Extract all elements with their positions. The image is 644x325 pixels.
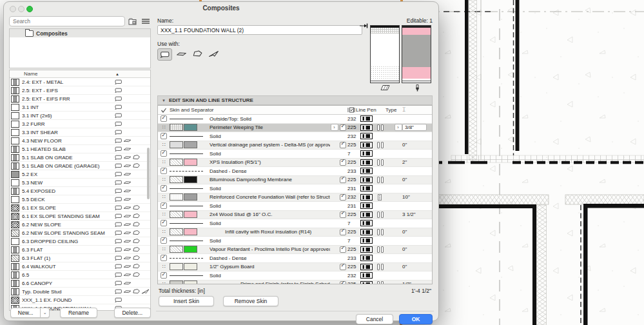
separator-row[interactable]: Solid232 xyxy=(158,271,432,281)
surface-swatch[interactable] xyxy=(184,193,197,201)
list-item[interactable]: 6.6 CANOPY xyxy=(10,279,150,288)
list-item[interactable]: 6.4 WALKOUT xyxy=(10,262,150,271)
preview-surface-column[interactable] xyxy=(402,25,431,83)
list-item[interactable]: 4.3 NEW FLOOR xyxy=(10,137,150,145)
ok-button[interactable]: OK xyxy=(399,314,433,324)
drag-handle[interactable]: ∷ xyxy=(162,229,165,235)
list-item[interactable]: 5.5 DECK xyxy=(10,195,150,204)
separator-checkbox[interactable] xyxy=(161,185,167,192)
fill-swatch[interactable] xyxy=(170,124,183,131)
list-header-name[interactable]: Name ▲ xyxy=(10,70,150,78)
drag-handle[interactable]: ∷ xyxy=(162,124,165,130)
skin-row[interactable]: ∷Vapour Retardant - Proclima Intello Plu… xyxy=(158,246,432,255)
line-pen-chip[interactable] xyxy=(360,167,377,175)
drag-handle[interactable]: ∷ xyxy=(162,177,165,182)
tree-item-composites[interactable]: Composites xyxy=(10,29,150,37)
drag-handle[interactable]: ∷ xyxy=(162,159,165,165)
surface-swatch[interactable] xyxy=(184,263,197,270)
drag-handle[interactable]: ∷ xyxy=(162,281,165,284)
drag-handle[interactable]: ∷ xyxy=(162,194,165,200)
line-pen-chip[interactable] xyxy=(360,132,377,141)
skin-visibility-checkbox[interactable] xyxy=(340,142,346,148)
list-item[interactable]: 2.5: EXT - EIFS xyxy=(10,86,150,95)
fill-swatch[interactable] xyxy=(170,193,183,201)
separator-checkbox[interactable] xyxy=(161,115,167,122)
search-input[interactable] xyxy=(9,16,125,26)
remove-skin-button[interactable]: Remove Skin xyxy=(223,296,278,306)
separator-checkbox[interactable] xyxy=(161,202,167,209)
line-pen-chip[interactable] xyxy=(360,281,377,285)
surface-swatch[interactable] xyxy=(184,141,197,148)
separator-row[interactable]: Solid231 xyxy=(158,184,432,193)
list-item[interactable]: 5.1 SLAB ON GRADE (GARAGE) xyxy=(10,162,150,170)
separator-row[interactable]: Dashed - Dense233 xyxy=(158,167,432,176)
skin-visibility-checkbox[interactable] xyxy=(340,177,346,183)
list-view-icon[interactable] xyxy=(140,16,151,26)
surface-swatch[interactable] xyxy=(184,211,197,218)
line-pen-chip[interactable] xyxy=(360,184,377,193)
drag-handle[interactable]: ∷ xyxy=(162,212,165,217)
composite-name-input[interactable] xyxy=(157,25,362,35)
list-item[interactable]: 3.1 INT (2x6) xyxy=(10,112,150,120)
list-item[interactable]: 6.3 DROPPED CEILING xyxy=(10,237,150,246)
insert-skin-button[interactable]: Insert Skin xyxy=(159,296,214,306)
line-pen-chip[interactable] xyxy=(360,237,377,245)
surface-swatch[interactable] xyxy=(184,246,197,253)
cancel-button[interactable]: Cancel xyxy=(356,314,393,324)
separator-row[interactable]: Solid231 xyxy=(158,202,432,211)
separator-checkbox[interactable] xyxy=(161,272,167,279)
list-item[interactable]: 3.2 FURR xyxy=(10,120,150,128)
list-item[interactable]: 6.2 NEW SLOPE xyxy=(10,221,150,229)
surface-swatch[interactable] xyxy=(184,124,197,131)
line-pen-chip[interactable] xyxy=(360,193,377,202)
list-item[interactable]: 6.1 EX SLOPE STANDING SEAM xyxy=(10,212,150,221)
skin-visibility-checkbox[interactable] xyxy=(340,159,346,166)
separator-row[interactable]: Solid7 xyxy=(158,150,432,159)
separator-row[interactable]: Solid7 xyxy=(158,237,432,246)
line-pen-chip[interactable] xyxy=(360,263,377,271)
use-with-roof-button[interactable] xyxy=(191,48,204,59)
skin-row[interactable]: ∷Vertical drainage panel system - Delta-… xyxy=(158,141,432,150)
separator-checkbox[interactable] xyxy=(161,133,167,139)
line-pen-chip[interactable] xyxy=(360,246,377,254)
fill-swatch[interactable] xyxy=(170,228,183,235)
separator-row[interactable]: Outside/Top: Solid232 xyxy=(158,115,432,124)
use-with-shell-button[interactable] xyxy=(207,48,220,59)
new-button[interactable]: New... xyxy=(10,308,41,318)
surface-swatch[interactable] xyxy=(184,176,197,183)
line-pen-chip[interactable] xyxy=(360,228,377,237)
skin-visibility-checkbox[interactable] xyxy=(340,246,346,253)
separator-row[interactable]: Dashed - Dense233 xyxy=(158,254,432,263)
thickness-value[interactable]: 3/8" xyxy=(402,124,432,132)
skin-visibility-checkbox[interactable] xyxy=(340,281,346,284)
fill-swatch[interactable] xyxy=(170,263,183,270)
separator-checkbox[interactable] xyxy=(161,220,167,226)
list-item[interactable]: 6.1 EX SLOPE xyxy=(10,204,150,212)
surface-swatch[interactable] xyxy=(184,228,197,235)
line-pen-chip[interactable] xyxy=(360,254,377,262)
list-item[interactable]: 3.3 INT SHEAR xyxy=(10,128,150,137)
line-pen-chip[interactable] xyxy=(360,159,377,167)
separator-checkbox[interactable] xyxy=(161,150,167,157)
separator-row[interactable]: Solid7 xyxy=(158,219,432,228)
drag-handle[interactable]: ∷ xyxy=(162,142,165,148)
skin-row[interactable]: ∷Bituminous Damproofing Membrane2250" xyxy=(158,176,432,185)
drag-handle[interactable]: ∷ xyxy=(162,264,165,270)
list-item[interactable]: 5.2 EX xyxy=(10,170,150,179)
separator-checkbox[interactable] xyxy=(161,255,167,261)
type-expand-button[interactable]: › xyxy=(395,124,402,131)
list-item[interactable]: 6.3 FLAT xyxy=(10,246,150,254)
line-pen-chip[interactable] xyxy=(360,176,377,184)
line-pen-chip[interactable] xyxy=(360,150,377,158)
skin-visibility-checkbox[interactable] xyxy=(340,194,346,201)
surface-swatch[interactable] xyxy=(184,159,197,166)
new-dropdown-arrow[interactable]: ⌄ xyxy=(41,308,50,318)
delete-button[interactable]: Delete... xyxy=(114,308,151,318)
skin-row[interactable]: ∷1/2" Gypsum Board2250" xyxy=(158,263,432,272)
skin-row[interactable]: ∷Prime and Finish (refer to Finish Sched… xyxy=(158,281,432,285)
skin-row[interactable]: ∷Perimeter Weeping Tile›225›3/8" xyxy=(158,124,432,133)
skin-visibility-checkbox[interactable] xyxy=(340,212,346,218)
fill-swatch[interactable] xyxy=(170,159,183,166)
skin-visibility-checkbox[interactable] xyxy=(340,124,346,131)
preview-fill-column[interactable] xyxy=(370,25,400,83)
